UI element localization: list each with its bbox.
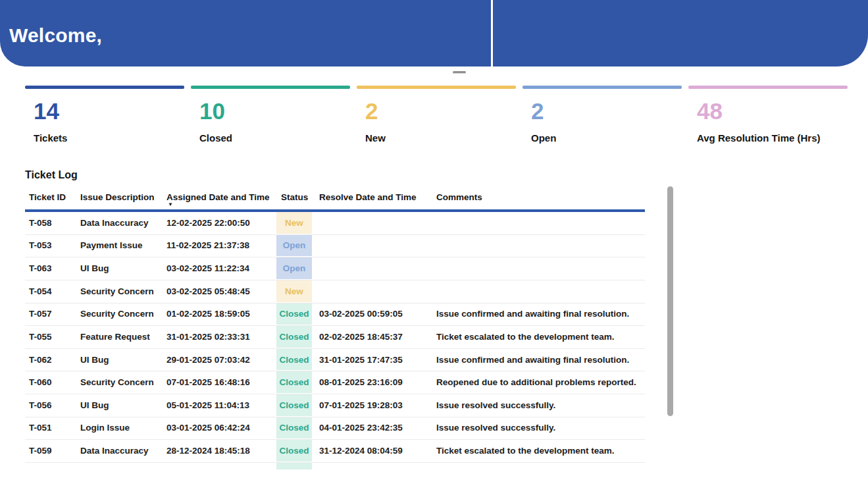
cell-assigned-datetime: 03-01-2025 06:42:24 bbox=[166, 417, 250, 439]
table-row[interactable]: T-055Feature Request31-01-2025 02:33:31C… bbox=[25, 326, 645, 349]
status-badge: Closed bbox=[276, 394, 312, 416]
column-header-ticket-id[interactable]: Ticket ID bbox=[29, 192, 66, 202]
kpi-accent-bar bbox=[191, 86, 350, 89]
kpi-label: Tickets bbox=[34, 132, 184, 144]
kpi-value: 10 bbox=[199, 99, 350, 122]
status-badge: Closed bbox=[276, 304, 312, 325]
cell-resolve-datetime: 07-01-2025 19:28:03 bbox=[319, 394, 403, 416]
table-row[interactable]: T-063UI Bug03-02-2025 11:22:34Open bbox=[25, 257, 645, 280]
kpi-accent-bar bbox=[357, 86, 516, 89]
kpi-label: New bbox=[365, 132, 516, 144]
table-row[interactable]: T-060Security Concern07-01-2025 16:48:16… bbox=[25, 371, 645, 394]
table-row[interactable]: T-058Data Inaccuracy12-02-2025 22:00:50N… bbox=[25, 212, 645, 235]
kpi-card-avg-resolution-time-hrs-[interactable]: 48Avg Resolution Time (Hrs) bbox=[688, 86, 848, 144]
cell-assigned-datetime: 01-02-2025 18:59:05 bbox=[166, 304, 250, 325]
kpi-card-closed[interactable]: 10Closed bbox=[191, 86, 350, 144]
cell-comment: Ticket escalated to the development team… bbox=[436, 440, 615, 462]
cell-comment: Ticket escalated to the development team… bbox=[436, 326, 615, 348]
status-badge: New bbox=[276, 280, 312, 302]
cell-comment: Issue confirmed and awaiting final resol… bbox=[436, 349, 629, 371]
cell-issue-description: Security Concern bbox=[80, 280, 154, 302]
cell-resolve-datetime: 08-01-2025 23:16:09 bbox=[319, 371, 403, 393]
cell-issue-description: Feature Request bbox=[80, 326, 150, 348]
cell-comment: Issue confirmed and awaiting final resol… bbox=[436, 304, 629, 325]
status-badge: Open bbox=[276, 257, 312, 279]
column-header-status[interactable]: Status bbox=[281, 192, 308, 202]
cell-ticket-id: T-056 bbox=[29, 394, 52, 416]
cell-issue-description: Login Issue bbox=[80, 417, 130, 439]
column-header-issue-description[interactable]: Issue Description bbox=[80, 192, 155, 202]
cell-assigned-datetime: 03-02-2025 11:22:34 bbox=[166, 257, 249, 279]
cell-ticket-id: T-059 bbox=[29, 440, 52, 462]
cell-ticket-id: T-057 bbox=[29, 304, 52, 325]
kpi-accent-bar bbox=[688, 86, 848, 89]
cell-issue-description: Data Inaccuracy bbox=[80, 212, 149, 234]
table-row[interactable]: T-053Payment Issue11-02-2025 21:37:38Ope… bbox=[25, 235, 645, 258]
table-title: Ticket Log bbox=[25, 169, 78, 181]
column-header-resolve-date-and-time[interactable]: Resolve Date and Time bbox=[319, 192, 417, 202]
cell-assigned-datetime: 12-02-2025 22:00:50 bbox=[166, 212, 250, 234]
cell-resolve-datetime: 31-12-2024 08:04:59 bbox=[319, 440, 403, 462]
cell-resolve-datetime: 02-02-2025 18:45:37 bbox=[319, 326, 403, 348]
status-badge: Open bbox=[276, 235, 312, 257]
cell-ticket-id: T-060 bbox=[29, 371, 52, 393]
cell-ticket-id: T-058 bbox=[29, 212, 52, 234]
kpi-label: Avg Resolution Time (Hrs) bbox=[697, 132, 848, 144]
vertical-scrollbar-thumb[interactable] bbox=[667, 186, 673, 416]
column-header-comments[interactable]: Comments bbox=[436, 192, 482, 202]
cell-comment: Issue resolved successfully. bbox=[436, 417, 555, 439]
kpi-label: Closed bbox=[199, 132, 350, 144]
kpi-value: 48 bbox=[697, 99, 848, 122]
cell-issue-description: Security Concern bbox=[80, 304, 154, 325]
status-column-band-tail bbox=[276, 463, 312, 469]
table-body: T-058Data Inaccuracy12-02-2025 22:00:50N… bbox=[25, 212, 645, 463]
cell-issue-description: Data Inaccuracy bbox=[80, 440, 149, 462]
status-badge: Closed bbox=[276, 349, 312, 371]
kpi-label: Open bbox=[531, 132, 682, 144]
kpi-row: 14Tickets10Closed2New2Open48Avg Resoluti… bbox=[25, 86, 848, 144]
cell-resolve-datetime: 31-01-2025 17:47:35 bbox=[319, 349, 403, 371]
kpi-accent-bar bbox=[523, 86, 682, 89]
cell-assigned-datetime: 29-01-2025 07:03:42 bbox=[166, 349, 250, 371]
cell-ticket-id: T-053 bbox=[29, 235, 52, 257]
cell-comment: Issue resolved successfully. bbox=[436, 394, 555, 416]
cell-issue-description: Payment Issue bbox=[80, 235, 143, 257]
kpi-accent-bar bbox=[25, 86, 184, 89]
kpi-value: 2 bbox=[365, 99, 516, 122]
status-badge: Closed bbox=[276, 371, 312, 393]
kpi-card-open[interactable]: 2Open bbox=[523, 86, 682, 144]
table-row[interactable]: T-062UI Bug29-01-2025 07:03:42Closed31-0… bbox=[25, 349, 645, 372]
cell-assigned-datetime: 28-12-2024 18:45:18 bbox=[166, 440, 250, 462]
cell-assigned-datetime: 03-02-2025 05:48:45 bbox=[166, 280, 250, 302]
kpi-card-tickets[interactable]: 14Tickets bbox=[25, 86, 184, 144]
cell-resolve-datetime: 04-01-2025 23:42:35 bbox=[319, 417, 403, 439]
cell-ticket-id: T-062 bbox=[29, 349, 52, 371]
sort-descending-icon: ▼ bbox=[168, 202, 173, 207]
cell-issue-description: UI Bug bbox=[80, 349, 109, 371]
status-badge: Closed bbox=[276, 440, 312, 462]
cell-assigned-datetime: 11-02-2025 21:37:38 bbox=[166, 235, 249, 257]
status-badge: New bbox=[276, 212, 312, 234]
kpi-value: 2 bbox=[531, 99, 682, 122]
cell-issue-description: UI Bug bbox=[80, 257, 109, 279]
table-row[interactable]: T-051Login Issue03-01-2025 06:42:24Close… bbox=[25, 417, 645, 440]
cell-issue-description: Security Concern bbox=[80, 371, 154, 393]
cell-ticket-id: T-063 bbox=[29, 257, 52, 279]
panel-collapse-handle[interactable] bbox=[453, 71, 466, 73]
column-header-assigned-date-and-time[interactable]: Assigned Date and Time bbox=[166, 192, 270, 202]
cell-resolve-datetime: 03-02-2025 00:59:05 bbox=[319, 304, 403, 325]
kpi-card-new[interactable]: 2New bbox=[357, 86, 516, 144]
welcome-greeting: Welcome, bbox=[9, 24, 102, 47]
table-row[interactable]: T-054Security Concern03-02-2025 05:48:45… bbox=[25, 280, 645, 304]
cell-issue-description: UI Bug bbox=[80, 394, 109, 416]
cell-ticket-id: T-054 bbox=[29, 280, 52, 302]
table-row[interactable]: T-059Data Inaccuracy28-12-2024 18:45:18C… bbox=[25, 440, 645, 463]
status-badge: Closed bbox=[276, 326, 312, 348]
ticket-table: Ticket IDIssue DescriptionAssigned Date … bbox=[25, 190, 645, 463]
table-header-row: Ticket IDIssue DescriptionAssigned Date … bbox=[25, 190, 645, 209]
table-row[interactable]: T-056UI Bug05-01-2025 11:04:13Closed07-0… bbox=[25, 394, 645, 417]
table-row[interactable]: T-057Security Concern01-02-2025 18:59:05… bbox=[25, 304, 645, 327]
status-badge: Closed bbox=[276, 417, 312, 439]
cell-assigned-datetime: 07-01-2025 16:48:16 bbox=[166, 371, 250, 393]
cell-comment: Reopened due to additional problems repo… bbox=[436, 371, 636, 393]
